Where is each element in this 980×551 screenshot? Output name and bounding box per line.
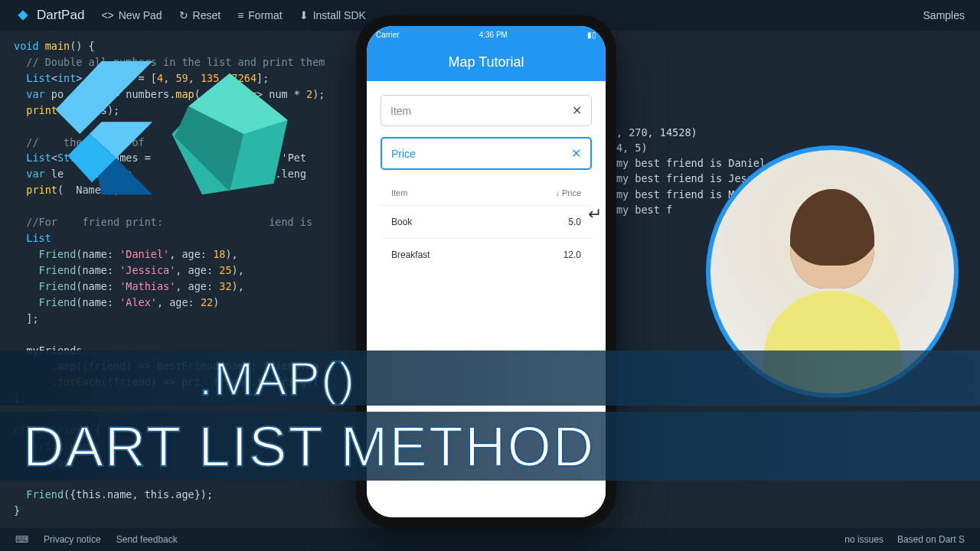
install-label: Install SDK xyxy=(313,9,366,21)
console-label: Console xyxy=(573,73,965,88)
console-line: (8, 118, 270, 14528) xyxy=(573,125,965,140)
col-item: Item xyxy=(391,188,407,197)
new-pad-button[interactable]: <> New Pad xyxy=(101,9,162,21)
format-icon: ≡ xyxy=(237,9,243,21)
download-icon: ⬇ xyxy=(299,9,309,21)
dartpad-logo-icon xyxy=(15,8,31,23)
table-row[interactable]: Breakfast12.0 xyxy=(381,238,592,271)
phone-statusbar: Carrier 4:36 PM ▮▯ xyxy=(367,26,606,43)
feedback-link[interactable]: Send feedback xyxy=(116,534,178,545)
code-icon: <> xyxy=(101,9,113,21)
price-input[interactable]: Price ✕ xyxy=(381,137,592,170)
reset-label: Reset xyxy=(193,9,221,21)
format-label: Format xyxy=(248,9,282,21)
console-line: (3, 2, 4, 5) xyxy=(573,140,965,155)
battery-icon: ▮▯ xyxy=(587,31,596,39)
item-input[interactable]: Item ✕ xyxy=(381,95,592,126)
dart-logo-icon xyxy=(161,65,299,203)
svg-marker-0 xyxy=(18,10,28,20)
keyboard-icon[interactable]: ⌨ xyxy=(15,534,28,545)
col-price: ↓ Price xyxy=(555,188,581,197)
phone-time: 4:36 PM xyxy=(479,31,508,39)
format-button[interactable]: ≡ Format xyxy=(237,9,283,21)
install-sdk-button[interactable]: ⬇ Install SDK xyxy=(299,9,366,21)
clear-price-icon[interactable]: ✕ xyxy=(571,146,581,161)
table-header: Item ↓ Price xyxy=(381,181,592,205)
title-band-2: DART LIST METHOD xyxy=(0,412,980,481)
logos xyxy=(31,61,299,207)
samples-label: Samples xyxy=(923,9,965,21)
title-band-1: .MAP() xyxy=(0,350,980,406)
brand-label: DartPad xyxy=(37,8,84,23)
carrier-label: Carrier xyxy=(376,31,400,39)
title-line-1: .MAP() xyxy=(199,351,356,406)
reset-icon: ↻ xyxy=(179,9,188,21)
table-row[interactable]: Book5.0 xyxy=(381,205,592,238)
based-on-label: Based on Dart S xyxy=(897,534,965,545)
app-title: Map Tutorial xyxy=(448,54,524,70)
reset-button[interactable]: ↻ Reset xyxy=(179,9,221,21)
clear-item-icon[interactable]: ✕ xyxy=(572,103,582,118)
brand: DartPad xyxy=(15,8,84,23)
price-input-label: Price xyxy=(391,148,416,160)
new-pad-label: New Pad xyxy=(119,9,162,21)
issues-label: no issues xyxy=(844,534,884,545)
price-table: Item ↓ Price Book5.0Breakfast12.0 xyxy=(381,181,592,271)
flutter-logo-icon xyxy=(31,61,153,207)
samples-button[interactable]: Samples xyxy=(923,9,965,21)
title-line-2: DART LIST METHOD xyxy=(23,414,595,479)
privacy-link[interactable]: Privacy notice xyxy=(44,534,101,545)
item-input-label: Item xyxy=(390,105,411,117)
phone-appbar: Map Tutorial xyxy=(367,43,606,81)
enter-icon: ↵ xyxy=(588,204,602,224)
statusbar: ⌨ Privacy notice Send feedback no issues… xyxy=(0,528,980,551)
